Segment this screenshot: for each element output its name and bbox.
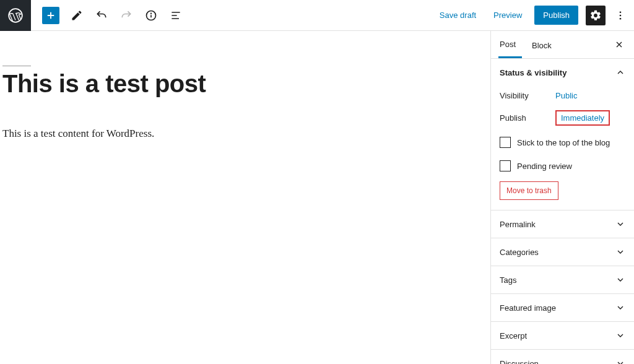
- top-toolbar: Save draft Preview Publish: [0, 0, 634, 31]
- svg-point-6: [620, 17, 622, 19]
- chevron-down-icon: [615, 219, 625, 229]
- panel-header-tags[interactable]: Tags: [491, 266, 634, 293]
- panel-body-status: Visibility Public Publish Immediately St…: [491, 86, 634, 210]
- panel-categories: Categories: [491, 238, 634, 266]
- panel-header-discussion[interactable]: Discussion: [491, 350, 634, 364]
- panel-title-tags: Tags: [500, 275, 516, 285]
- post-title[interactable]: This is a test post: [2, 70, 488, 98]
- chevron-down-icon: [615, 303, 625, 313]
- save-draft-button[interactable]: Save draft: [435, 7, 481, 24]
- pending-checkbox[interactable]: [500, 160, 511, 171]
- pending-label: Pending review: [517, 162, 572, 171]
- wordpress-logo[interactable]: [0, 0, 31, 31]
- title-divider: [2, 66, 31, 66]
- tab-block[interactable]: Block: [531, 32, 558, 58]
- add-block-button[interactable]: [42, 7, 59, 24]
- info-icon[interactable]: [144, 8, 158, 23]
- svg-point-0: [9, 9, 22, 22]
- preview-button[interactable]: Preview: [489, 7, 527, 24]
- stick-checkbox-row[interactable]: Stick to the top of the blog: [500, 131, 625, 154]
- chevron-down-icon: [615, 358, 625, 364]
- editor-canvas[interactable]: This is a test post This is a test conte…: [0, 31, 490, 364]
- publish-value[interactable]: Immediately: [555, 110, 610, 126]
- chevron-down-icon: [615, 247, 625, 257]
- panel-header-excerpt[interactable]: Excerpt: [491, 322, 634, 349]
- main-area: This is a test post This is a test conte…: [0, 31, 634, 364]
- visibility-label: Visibility: [500, 91, 555, 100]
- stick-checkbox[interactable]: [500, 137, 511, 148]
- visibility-row: Visibility Public: [500, 86, 625, 105]
- visibility-value[interactable]: Public: [555, 91, 577, 100]
- post-content[interactable]: This is a test content for WordPress.: [2, 128, 488, 140]
- panel-title-status: Status & visibility: [500, 68, 567, 77]
- panel-title-permalink: Permalink: [500, 220, 536, 229]
- outline-icon[interactable]: [168, 8, 183, 23]
- svg-point-3: [151, 13, 152, 14]
- publish-button[interactable]: Publish: [534, 6, 578, 25]
- panel-title-discussion: Discussion: [500, 359, 539, 365]
- toolbar-right: Save draft Preview Publish: [435, 6, 634, 25]
- panel-title-featured-image: Featured image: [500, 303, 556, 313]
- chevron-down-icon: [615, 331, 625, 340]
- undo-icon[interactable]: [94, 8, 109, 23]
- panel-title-categories: Categories: [500, 248, 539, 257]
- redo-icon[interactable]: [119, 8, 134, 23]
- settings-sidebar: Post Block Status & visibility Visibilit…: [490, 31, 634, 364]
- panel-featured-image: Featured image: [491, 294, 634, 322]
- publish-row: Publish Immediately: [500, 105, 625, 131]
- publish-label: Publish: [500, 113, 555, 123]
- panel-permalink: Permalink: [491, 210, 634, 238]
- panel-title-excerpt: Excerpt: [500, 331, 527, 340]
- panel-header-status[interactable]: Status & visibility: [491, 59, 634, 86]
- toolbar-left: [31, 7, 183, 24]
- edit-mode-icon[interactable]: [69, 8, 84, 23]
- panel-header-featured-image[interactable]: Featured image: [491, 294, 634, 321]
- sidebar-tabs: Post Block: [491, 31, 634, 59]
- pending-checkbox-row[interactable]: Pending review: [500, 154, 625, 178]
- panel-tags: Tags: [491, 266, 634, 294]
- chevron-up-icon: [615, 67, 625, 77]
- tab-post[interactable]: Post: [498, 31, 522, 58]
- panel-header-permalink[interactable]: Permalink: [491, 210, 634, 238]
- move-to-trash-button[interactable]: Move to trash: [500, 181, 558, 200]
- panel-discussion: Discussion: [491, 350, 634, 364]
- panel-status-visibility: Status & visibility Visibility Public Pu…: [491, 59, 634, 210]
- chevron-down-icon: [615, 275, 625, 285]
- close-sidebar-icon[interactable]: [612, 37, 627, 52]
- stick-label: Stick to the top of the blog: [517, 138, 610, 147]
- panel-header-categories[interactable]: Categories: [491, 238, 634, 266]
- panel-excerpt: Excerpt: [491, 322, 634, 350]
- more-options-icon[interactable]: [613, 8, 628, 23]
- svg-point-4: [620, 11, 622, 13]
- settings-button[interactable]: [586, 6, 606, 25]
- svg-point-5: [620, 14, 622, 16]
